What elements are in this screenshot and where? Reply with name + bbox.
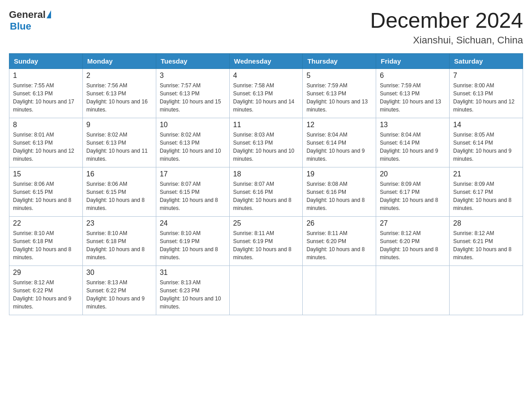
week-row-4: 22Sunrise: 8:10 AMSunset: 6:18 PMDayligh…	[9, 216, 523, 265]
day-cell: 7Sunrise: 8:00 AMSunset: 6:13 PMDaylight…	[450, 68, 523, 118]
day-number: 29	[13, 269, 79, 277]
day-cell: 9Sunrise: 8:02 AMSunset: 6:13 PMDaylight…	[82, 118, 156, 167]
header-cell-monday: Monday	[82, 53, 156, 68]
day-cell: 8Sunrise: 8:01 AMSunset: 6:13 PMDaylight…	[9, 118, 83, 167]
day-info: Sunrise: 8:10 AMSunset: 6:19 PMDaylight:…	[160, 229, 226, 261]
day-number: 19	[306, 170, 372, 178]
week-row-1: 1Sunrise: 7:55 AMSunset: 6:13 PMDaylight…	[9, 68, 523, 118]
day-cell: 16Sunrise: 8:06 AMSunset: 6:15 PMDayligh…	[82, 167, 156, 216]
day-cell: 1Sunrise: 7:55 AMSunset: 6:13 PMDaylight…	[9, 68, 83, 118]
day-cell: 12Sunrise: 8:04 AMSunset: 6:14 PMDayligh…	[303, 118, 376, 167]
logo-triangle-icon	[47, 10, 51, 18]
day-number: 8	[13, 121, 79, 129]
day-cell: 6Sunrise: 7:59 AMSunset: 6:13 PMDaylight…	[376, 68, 450, 118]
day-info: Sunrise: 7:57 AMSunset: 6:13 PMDaylight:…	[160, 81, 226, 114]
day-cell: 17Sunrise: 8:07 AMSunset: 6:15 PMDayligh…	[156, 167, 229, 216]
day-cell: 14Sunrise: 8:05 AMSunset: 6:14 PMDayligh…	[450, 118, 523, 167]
day-cell: 13Sunrise: 8:04 AMSunset: 6:14 PMDayligh…	[376, 118, 450, 167]
day-cell: 21Sunrise: 8:09 AMSunset: 6:17 PMDayligh…	[450, 167, 523, 216]
day-cell: 28Sunrise: 8:12 AMSunset: 6:21 PMDayligh…	[450, 216, 523, 265]
day-number: 12	[306, 121, 372, 129]
day-cell: 19Sunrise: 8:08 AMSunset: 6:16 PMDayligh…	[303, 167, 376, 216]
day-number: 2	[86, 72, 152, 80]
day-cell: 29Sunrise: 8:12 AMSunset: 6:22 PMDayligh…	[9, 265, 83, 315]
day-number: 7	[453, 72, 519, 80]
day-number: 30	[86, 269, 152, 277]
day-info: Sunrise: 8:00 AMSunset: 6:13 PMDaylight:…	[453, 81, 519, 114]
day-cell	[229, 265, 303, 315]
day-info: Sunrise: 8:02 AMSunset: 6:13 PMDaylight:…	[86, 131, 152, 163]
day-number: 10	[160, 121, 226, 129]
header-cell-wednesday: Wednesday	[229, 53, 303, 68]
day-info: Sunrise: 8:12 AMSunset: 6:20 PMDaylight:…	[380, 229, 446, 261]
day-number: 21	[453, 170, 519, 178]
day-number: 28	[453, 219, 519, 227]
day-number: 4	[233, 72, 299, 80]
day-info: Sunrise: 8:12 AMSunset: 6:22 PMDaylight:…	[13, 278, 79, 311]
day-cell: 30Sunrise: 8:13 AMSunset: 6:22 PMDayligh…	[82, 265, 156, 315]
day-number: 1	[13, 72, 79, 80]
day-info: Sunrise: 8:06 AMSunset: 6:15 PMDaylight:…	[86, 180, 152, 212]
day-cell: 3Sunrise: 7:57 AMSunset: 6:13 PMDaylight…	[156, 68, 229, 118]
day-number: 23	[86, 219, 152, 227]
day-cell: 25Sunrise: 8:11 AMSunset: 6:19 PMDayligh…	[229, 216, 303, 265]
day-info: Sunrise: 8:04 AMSunset: 6:14 PMDaylight:…	[380, 131, 446, 163]
header-cell-saturday: Saturday	[450, 53, 523, 68]
day-info: Sunrise: 8:09 AMSunset: 6:17 PMDaylight:…	[453, 180, 519, 212]
calendar-title: December 2024	[370, 9, 523, 33]
day-info: Sunrise: 8:11 AMSunset: 6:19 PMDaylight:…	[233, 229, 299, 261]
day-cell: 24Sunrise: 8:10 AMSunset: 6:19 PMDayligh…	[156, 216, 229, 265]
logo-blue: Blue	[10, 21, 31, 32]
logo: General Blue	[9, 9, 51, 32]
day-info: Sunrise: 7:55 AMSunset: 6:13 PMDaylight:…	[13, 81, 79, 114]
day-info: Sunrise: 8:03 AMSunset: 6:13 PMDaylight:…	[233, 131, 299, 163]
logo-general: General	[9, 9, 46, 21]
day-number: 14	[453, 121, 519, 129]
day-cell	[376, 265, 450, 315]
week-row-3: 15Sunrise: 8:06 AMSunset: 6:15 PMDayligh…	[9, 167, 523, 216]
day-info: Sunrise: 8:05 AMSunset: 6:14 PMDaylight:…	[453, 131, 519, 163]
day-cell: 22Sunrise: 8:10 AMSunset: 6:18 PMDayligh…	[9, 216, 83, 265]
day-cell: 10Sunrise: 8:02 AMSunset: 6:13 PMDayligh…	[156, 118, 229, 167]
day-cell: 18Sunrise: 8:07 AMSunset: 6:16 PMDayligh…	[229, 167, 303, 216]
day-info: Sunrise: 8:13 AMSunset: 6:22 PMDaylight:…	[86, 278, 152, 311]
day-number: 20	[380, 170, 446, 178]
day-cell: 23Sunrise: 8:10 AMSunset: 6:18 PMDayligh…	[82, 216, 156, 265]
day-number: 5	[306, 72, 372, 80]
day-info: Sunrise: 8:11 AMSunset: 6:20 PMDaylight:…	[306, 229, 372, 261]
header-cell-sunday: Sunday	[9, 53, 83, 68]
day-info: Sunrise: 7:56 AMSunset: 6:13 PMDaylight:…	[86, 81, 152, 114]
day-cell: 2Sunrise: 7:56 AMSunset: 6:13 PMDaylight…	[82, 68, 156, 118]
day-info: Sunrise: 8:04 AMSunset: 6:14 PMDaylight:…	[306, 131, 372, 163]
day-info: Sunrise: 8:10 AMSunset: 6:18 PMDaylight:…	[13, 229, 79, 261]
day-number: 11	[233, 121, 299, 129]
day-cell	[303, 265, 376, 315]
day-info: Sunrise: 8:06 AMSunset: 6:15 PMDaylight:…	[13, 180, 79, 212]
week-row-2: 8Sunrise: 8:01 AMSunset: 6:13 PMDaylight…	[9, 118, 523, 167]
page-header: General Blue December 2024 Xianshui, Sic…	[9, 9, 523, 46]
day-info: Sunrise: 8:01 AMSunset: 6:13 PMDaylight:…	[13, 131, 79, 163]
header-cell-friday: Friday	[376, 53, 450, 68]
day-info: Sunrise: 8:10 AMSunset: 6:18 PMDaylight:…	[86, 229, 152, 261]
day-cell: 4Sunrise: 7:58 AMSunset: 6:13 PMDaylight…	[229, 68, 303, 118]
day-number: 25	[233, 219, 299, 227]
day-number: 13	[380, 121, 446, 129]
day-info: Sunrise: 7:59 AMSunset: 6:13 PMDaylight:…	[380, 81, 446, 114]
day-cell: 26Sunrise: 8:11 AMSunset: 6:20 PMDayligh…	[303, 216, 376, 265]
day-info: Sunrise: 8:12 AMSunset: 6:21 PMDaylight:…	[453, 229, 519, 261]
day-number: 27	[380, 219, 446, 227]
calendar-table: SundayMondayTuesdayWednesdayThursdayFrid…	[9, 53, 523, 315]
calendar-header: SundayMondayTuesdayWednesdayThursdayFrid…	[9, 53, 523, 68]
day-info: Sunrise: 8:07 AMSunset: 6:15 PMDaylight:…	[160, 180, 226, 212]
day-number: 17	[160, 170, 226, 178]
day-info: Sunrise: 8:07 AMSunset: 6:16 PMDaylight:…	[233, 180, 299, 212]
day-cell: 15Sunrise: 8:06 AMSunset: 6:15 PMDayligh…	[9, 167, 83, 216]
day-cell: 31Sunrise: 8:13 AMSunset: 6:23 PMDayligh…	[156, 265, 229, 315]
day-number: 6	[380, 72, 446, 80]
week-row-5: 29Sunrise: 8:12 AMSunset: 6:22 PMDayligh…	[9, 265, 523, 315]
day-number: 15	[13, 170, 79, 178]
day-number: 31	[160, 269, 226, 277]
day-cell: 20Sunrise: 8:09 AMSunset: 6:17 PMDayligh…	[376, 167, 450, 216]
header-row: SundayMondayTuesdayWednesdayThursdayFrid…	[9, 53, 523, 68]
day-info: Sunrise: 8:08 AMSunset: 6:16 PMDaylight:…	[306, 180, 372, 212]
